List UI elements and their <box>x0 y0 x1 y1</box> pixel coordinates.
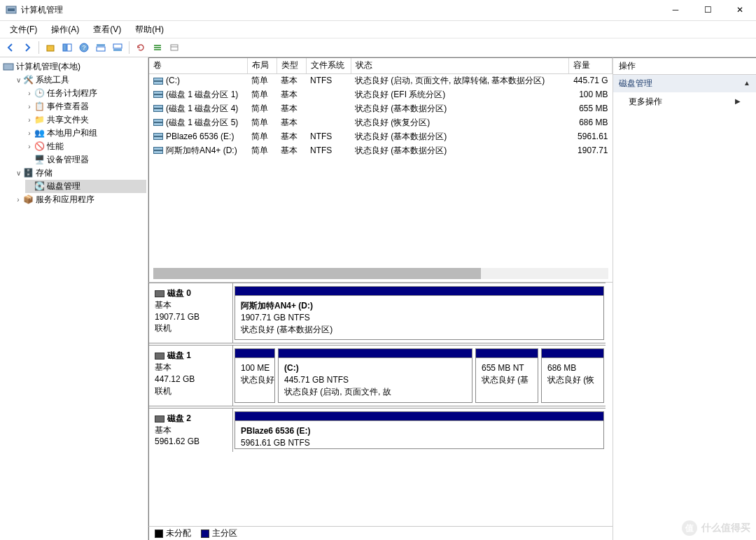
tree-storage[interactable]: ∨ 🗄️ 存储 <box>14 166 146 180</box>
cell-volume: (C:) <box>149 73 247 87</box>
show-hide-tree-button[interactable] <box>59 40 75 55</box>
close-button[interactable]: ✕ <box>724 0 756 21</box>
menu-help[interactable]: 帮助(H) <box>128 22 171 38</box>
view-top-button[interactable] <box>93 40 108 55</box>
twisty-closed-icon[interactable]: › <box>25 89 34 99</box>
partition[interactable]: (C:) 445.71 GB NTFS 状态良好 (启动, 页面文件, 故 <box>278 348 472 402</box>
titlebar: 计算机管理 ─ ☐ ✕ <box>0 0 756 21</box>
cell-layout: 简单 <box>247 101 276 115</box>
disk-row: 磁盘 1 基本 447.12 GB 联机 100 ME 状态良好 <box>149 345 606 406</box>
tree-system-tools[interactable]: ∨ 🛠️ 系统工具 <box>14 73 146 87</box>
tree-performance[interactable]: ›🚫性能 <box>25 140 146 153</box>
svg-rect-3 <box>63 44 66 51</box>
services-icon: 📦 <box>22 194 34 206</box>
disk-name: 磁盘 0 <box>167 288 191 298</box>
tree-local-users[interactable]: ›👥本地用户和组 <box>25 127 146 140</box>
perf-icon: 🚫 <box>34 141 45 152</box>
cell-fs <box>306 115 351 129</box>
disk-row: 磁盘 2 基本 5961.62 GB PBlaze6 6536 (E:) 596… <box>149 408 606 453</box>
twisty-open-icon[interactable]: ∨ <box>14 169 22 178</box>
partition-bar <box>235 412 603 420</box>
maximize-button[interactable]: ☐ <box>692 0 724 21</box>
menu-file[interactable]: 文件(F) <box>3 22 44 38</box>
back-button[interactable] <box>3 40 18 55</box>
table-row[interactable]: 阿斯加特AN4+ (D:)简单基本NTFS状态良好 (基本数据分区)1907.7… <box>149 143 612 157</box>
tree-services[interactable]: › 📦 服务和应用程序 <box>14 193 146 206</box>
disk-icon: 💽 <box>34 181 45 192</box>
tree-label: 设备管理器 <box>47 154 89 166</box>
partition[interactable]: 686 MB 状态良好 (恢 <box>541 348 604 402</box>
tree-root[interactable]: 计算机管理(本地) <box>3 60 146 73</box>
menu-view[interactable]: 查看(V) <box>86 22 128 38</box>
actions-pane: 操作 磁盘管理 ▲ 更多操作 ▶ <box>613 57 756 540</box>
list-button[interactable] <box>150 40 165 55</box>
volume-icon <box>153 105 163 112</box>
disk-icon <box>155 353 164 360</box>
actions-section[interactable]: 磁盘管理 ▲ <box>613 75 756 92</box>
cell-type: 基本 <box>276 87 306 101</box>
twisty-closed-icon[interactable]: › <box>25 129 34 138</box>
disk-row: 磁盘 0 基本 1907.71 GB 联机 阿斯加特AN4+ (D:) 1907… <box>149 283 606 343</box>
col-layout[interactable]: 布局 <box>247 58 276 73</box>
partition[interactable]: 100 ME 状态良好 <box>234 348 275 402</box>
tree: 计算机管理(本地) ∨ 🛠️ 系统工具 ›🕒任务计划程序 ›📋事件查看器 ›📁共… <box>1 60 146 206</box>
tree-shared-folders[interactable]: ›📁共享文件夹 <box>25 113 146 127</box>
actions-section-label: 磁盘管理 <box>619 78 652 90</box>
partition-bar <box>476 349 538 357</box>
svg-rect-11 <box>154 45 161 46</box>
computer-icon <box>3 62 14 73</box>
disk-info[interactable]: 磁盘 0 基本 1907.71 GB 联机 <box>149 283 233 343</box>
twisty-closed-icon[interactable]: › <box>25 102 34 112</box>
partition[interactable]: 655 MB NT 状态良好 (基 <box>475 348 538 402</box>
twisty-open-icon[interactable]: ∨ <box>14 76 22 85</box>
table-row[interactable]: PBlaze6 6536 (E:)简单基本NTFS状态良好 (基本数据分区)59… <box>149 129 612 143</box>
minimize-button[interactable]: ─ <box>659 0 692 21</box>
disk-info[interactable]: 磁盘 1 基本 447.12 GB 联机 <box>149 346 233 405</box>
cell-cap: 445.71 G <box>569 73 612 87</box>
chevron-right-icon: ▶ <box>735 97 741 106</box>
col-type[interactable]: 类型 <box>276 58 306 73</box>
table-row[interactable]: (磁盘 1 磁盘分区 4)简单基本状态良好 (基本数据分区)655 MB <box>149 101 612 115</box>
legend-primary-swatch <box>201 530 209 538</box>
help-button[interactable]: ? <box>76 40 92 55</box>
forward-button[interactable] <box>20 40 35 55</box>
cell-status: 状态良好 (恢复分区) <box>351 115 569 129</box>
actions-more[interactable]: 更多操作 ▶ <box>613 92 756 111</box>
menubar: 文件(F) 操作(A) 查看(V) 帮助(H) <box>0 21 756 38</box>
menu-action[interactable]: 操作(A) <box>44 22 86 38</box>
disk-type: 基本 <box>155 362 227 374</box>
view-bottom-button[interactable] <box>110 40 125 55</box>
volume-icon <box>153 147 163 154</box>
twisty-closed-icon[interactable]: › <box>25 115 34 125</box>
col-status[interactable]: 状态 <box>351 58 569 73</box>
refresh-button[interactable] <box>133 40 148 55</box>
tree-root-label: 计算机管理(本地) <box>16 61 80 73</box>
table-row[interactable]: (C:)简单基本NTFS状态良好 (启动, 页面文件, 故障转储, 基本数据分区… <box>149 73 612 87</box>
cell-volume: 阿斯加特AN4+ (D:) <box>149 143 247 157</box>
svg-rect-9 <box>113 44 122 48</box>
col-cap[interactable]: 容量 <box>569 58 612 73</box>
partition[interactable]: PBlaze6 6536 (E:) 5961.61 GB NTFS <box>234 411 604 450</box>
partition-size: 445.71 GB NTFS <box>284 374 466 386</box>
svg-rect-4 <box>67 44 71 51</box>
tree-label: 服务和应用程序 <box>36 194 94 206</box>
twisty-closed-icon[interactable]: › <box>25 142 34 152</box>
tree-event-viewer[interactable]: ›📋事件查看器 <box>25 100 146 113</box>
twisty-closed-icon[interactable]: › <box>14 195 22 205</box>
partition[interactable]: 阿斯加特AN4+ (D:) 1907.71 GB NTFS 状态良好 (基本数据… <box>234 286 604 340</box>
tree-pane: 计算机管理(本地) ∨ 🛠️ 系统工具 ›🕒任务计划程序 ›📋事件查看器 ›📁共… <box>0 57 148 540</box>
tree-disk-mgmt[interactable]: 💽磁盘管理 <box>25 180 146 193</box>
cell-cap: 5961.61 <box>569 129 612 143</box>
disk-info[interactable]: 磁盘 2 基本 5961.62 GB <box>149 408 233 453</box>
col-fs[interactable]: 文件系统 <box>306 58 351 73</box>
table-row[interactable]: (磁盘 1 磁盘分区 5)简单基本状态良好 (恢复分区)686 MB <box>149 115 612 129</box>
rescan-button[interactable] <box>167 40 182 55</box>
tree-label: 共享文件夹 <box>47 114 89 126</box>
tree-device-mgr[interactable]: 🖥️设备管理器 <box>25 153 146 166</box>
cell-cap: 655 MB <box>569 101 612 115</box>
col-volume[interactable]: 卷 <box>149 58 247 73</box>
table-row[interactable]: (磁盘 1 磁盘分区 1)简单基本状态良好 (EFI 系统分区)100 MB <box>149 87 612 101</box>
up-button[interactable] <box>43 40 58 55</box>
horizontal-scrollbar[interactable] <box>153 268 608 279</box>
tree-task-scheduler[interactable]: ›🕒任务计划程序 <box>25 87 146 100</box>
